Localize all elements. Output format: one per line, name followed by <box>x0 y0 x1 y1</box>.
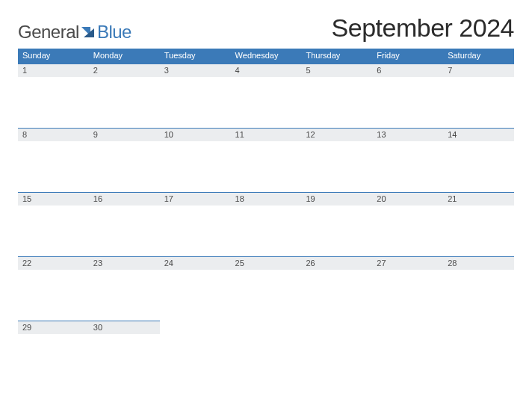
day-number: 2 <box>89 64 160 77</box>
day-number: 7 <box>443 64 514 77</box>
day-cell: 28 <box>443 256 514 321</box>
day-number: 21 <box>443 193 514 206</box>
day-number: 10 <box>160 129 231 141</box>
day-cell: 3 <box>160 64 231 128</box>
day-number: 17 <box>160 193 231 206</box>
day-cell-empty <box>372 321 443 385</box>
day-cell: 25 <box>231 256 302 321</box>
week-row: 1 2 3 4 5 6 7 <box>18 64 514 128</box>
day-number: 18 <box>231 193 302 206</box>
day-number: 26 <box>301 257 372 270</box>
week-row: 8 9 10 11 12 13 14 <box>18 128 514 192</box>
day-cell: 27 <box>372 256 443 321</box>
day-number: 27 <box>372 257 443 270</box>
logo: General Blue <box>18 22 132 43</box>
calendar-header: General Blue September 2024 <box>18 13 514 43</box>
day-cell-empty <box>160 321 231 385</box>
day-cell: 4 <box>231 64 302 128</box>
day-number: 9 <box>89 129 160 141</box>
day-cell: 8 <box>18 128 89 192</box>
day-number: 23 <box>89 257 160 270</box>
day-number: 14 <box>443 129 514 141</box>
day-cell: 6 <box>372 64 443 128</box>
day-number: 19 <box>301 193 372 206</box>
day-number: 29 <box>18 321 89 334</box>
day-cell: 23 <box>89 256 160 321</box>
day-header: Saturday <box>443 49 514 64</box>
day-cell: 21 <box>443 192 514 256</box>
day-number: 24 <box>160 257 231 270</box>
day-cell: 18 <box>231 192 302 256</box>
day-header: Thursday <box>301 49 372 64</box>
week-row: 15 16 17 18 19 20 21 <box>18 192 514 256</box>
day-header: Friday <box>372 49 443 64</box>
day-cell: 14 <box>443 128 514 192</box>
day-cell: 17 <box>160 192 231 256</box>
day-cell: 19 <box>301 192 372 256</box>
day-number: 4 <box>231 64 302 77</box>
day-header: Wednesday <box>231 49 302 64</box>
week-row: 22 23 24 25 26 27 28 <box>18 256 514 321</box>
day-number: 25 <box>231 257 302 270</box>
day-number: 13 <box>372 129 443 141</box>
day-cell: 13 <box>372 128 443 192</box>
day-cell-empty <box>301 321 372 385</box>
day-cell: 12 <box>301 128 372 192</box>
day-number: 6 <box>372 64 443 77</box>
day-header: Monday <box>89 49 160 64</box>
day-number: 16 <box>89 193 160 206</box>
day-cell: 20 <box>372 192 443 256</box>
day-cell-empty <box>231 321 302 385</box>
calendar-title: September 2024 <box>332 13 514 43</box>
day-number: 8 <box>18 129 89 141</box>
day-cell-empty <box>443 321 514 385</box>
day-number: 22 <box>18 257 89 270</box>
logo-text-blue: Blue <box>97 22 132 43</box>
day-number: 30 <box>89 321 160 334</box>
logo-triangle-icon <box>81 26 96 41</box>
week-row: 29 30 <box>18 321 514 385</box>
day-cell: 29 <box>18 321 89 385</box>
day-number: 5 <box>301 64 372 77</box>
day-cell: 22 <box>18 256 89 321</box>
day-cell: 10 <box>160 128 231 192</box>
day-cell: 5 <box>301 64 372 128</box>
day-number: 28 <box>443 257 514 270</box>
day-cell: 24 <box>160 256 231 321</box>
day-number: 1 <box>18 64 89 77</box>
calendar-grid: Sunday Monday Tuesday Wednesday Thursday… <box>18 49 514 385</box>
day-number: 11 <box>231 129 302 141</box>
day-cell: 7 <box>443 64 514 128</box>
day-header: Sunday <box>18 49 89 64</box>
logo-text-general: General <box>18 22 79 43</box>
day-cell: 2 <box>89 64 160 128</box>
day-cell: 9 <box>89 128 160 192</box>
day-number: 3 <box>160 64 231 77</box>
day-header: Tuesday <box>160 49 231 64</box>
day-cell: 26 <box>301 256 372 321</box>
day-number: 12 <box>301 129 372 141</box>
day-cell: 11 <box>231 128 302 192</box>
day-number: 20 <box>372 193 443 206</box>
day-cell: 16 <box>89 192 160 256</box>
day-cell: 1 <box>18 64 89 128</box>
day-number: 15 <box>18 193 89 206</box>
day-header-row: Sunday Monday Tuesday Wednesday Thursday… <box>18 49 514 64</box>
day-cell: 15 <box>18 192 89 256</box>
day-cell: 30 <box>89 321 160 385</box>
